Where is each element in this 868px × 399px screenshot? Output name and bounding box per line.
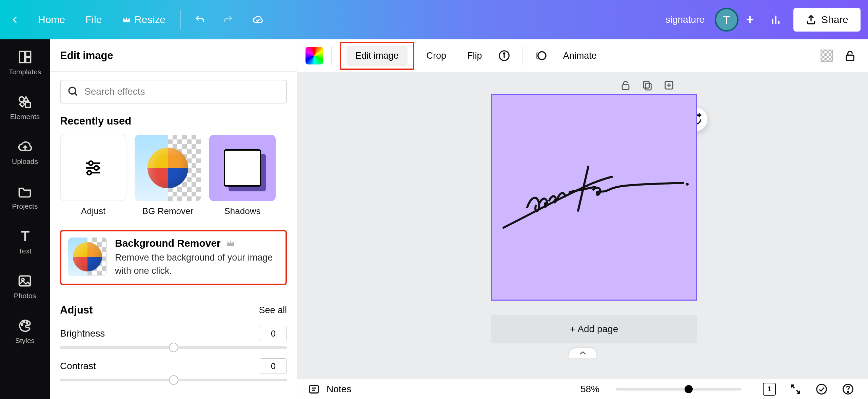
bg-remover-desc: Remove the background of your image with… [115, 251, 279, 278]
tile-label: Adjust [81, 206, 105, 216]
animate-motion-icon [534, 49, 548, 62]
rail-uploads[interactable]: Uploads [12, 139, 38, 166]
contrast-value-input[interactable]: 0 [260, 358, 287, 374]
color-picker-button[interactable] [305, 47, 323, 64]
cloud-check-icon [251, 14, 265, 25]
add-page-button[interactable]: + Add page [491, 315, 697, 343]
svg-rect-9 [25, 102, 31, 108]
svg-rect-35 [622, 85, 629, 90]
avatar-initial: T [723, 13, 730, 26]
undo-button[interactable] [185, 11, 214, 29]
resize-button[interactable]: Resize [112, 9, 176, 30]
see-all-link[interactable]: See all [259, 305, 287, 316]
share-button[interactable]: Share [793, 8, 861, 32]
flip-button[interactable]: Flip [458, 46, 491, 66]
transparency-button[interactable] [816, 45, 837, 66]
fullscreen-button[interactable] [786, 380, 805, 399]
plus-icon [745, 15, 755, 25]
photos-icon [17, 273, 32, 288]
slider-handle[interactable] [169, 375, 178, 385]
svg-point-25 [87, 171, 92, 175]
rail-styles[interactable]: Styles [15, 318, 35, 345]
info-icon [498, 49, 511, 62]
home-label: Home [38, 14, 65, 25]
projects-icon [17, 184, 32, 199]
svg-point-51 [817, 384, 827, 394]
zoom-handle[interactable] [685, 385, 693, 393]
back-button[interactable] [7, 10, 28, 30]
add-member-button[interactable] [742, 12, 758, 28]
tile-adjust[interactable]: Adjust [60, 135, 126, 216]
canvas-page[interactable] [491, 94, 697, 301]
slider-handle[interactable] [169, 343, 178, 352]
svg-text:+: + [698, 113, 701, 118]
crown-icon [122, 16, 131, 23]
brightness-value-input[interactable]: 0 [260, 326, 287, 341]
page-list-button[interactable]: 1 [760, 379, 779, 399]
redo-icon [222, 15, 234, 25]
svg-point-21 [89, 161, 93, 165]
panel-title: Edit image [50, 39, 297, 72]
help-button[interactable] [838, 379, 858, 399]
shadows-thumb [209, 135, 276, 201]
brightness-label: Brightness [60, 328, 105, 339]
lock-page-icon[interactable] [620, 79, 631, 91]
notes-icon [308, 383, 320, 396]
zoom-label[interactable]: 58% [580, 384, 599, 395]
edit-image-panel: Edit image Recently used Adjust [50, 39, 297, 399]
crop-button[interactable]: Crop [418, 46, 455, 66]
redo-button[interactable] [214, 11, 242, 29]
divider [180, 10, 181, 29]
chevron-up-icon [579, 351, 587, 356]
help-icon [842, 383, 854, 396]
undo-icon [194, 15, 206, 25]
svg-point-28 [504, 53, 505, 54]
search-field[interactable] [84, 86, 279, 97]
notes-label: Notes [327, 384, 351, 395]
file-button[interactable]: File [75, 9, 112, 30]
lock-button[interactable] [840, 46, 860, 65]
rail-templates[interactable]: Templates [9, 50, 41, 76]
tile-shadows[interactable]: Shadows [209, 135, 276, 216]
rail-projects[interactable]: Projects [12, 184, 38, 210]
tile-bg-remover[interactable]: BG Remover [135, 135, 201, 216]
styles-icon [18, 318, 33, 333]
rail-photos[interactable]: Photos [14, 273, 36, 300]
contrast-slider[interactable] [60, 379, 287, 381]
svg-rect-36 [644, 81, 649, 88]
avatar[interactable]: T [715, 8, 738, 32]
signature-image[interactable] [499, 160, 691, 234]
add-page-icon[interactable] [663, 79, 675, 91]
page-strip-toggle[interactable] [569, 348, 596, 358]
svg-rect-6 [25, 52, 31, 57]
animate-icon-button[interactable] [531, 45, 551, 66]
search-effects-input[interactable] [60, 80, 287, 103]
svg-rect-13 [19, 276, 31, 286]
duplicate-page-icon[interactable] [642, 79, 653, 91]
bar-chart-icon [769, 14, 783, 26]
svg-point-18 [69, 87, 76, 94]
zoom-slider[interactable] [616, 388, 741, 391]
bg-remover-thumb [135, 135, 201, 201]
side-rail: Templates Elements Uploads Projects Text [0, 39, 50, 399]
cloud-sync-button[interactable] [242, 10, 273, 29]
notes-button[interactable]: Notes [308, 383, 351, 396]
background-remover-card[interactable]: Background Remover Remove the background… [60, 230, 287, 285]
rail-label: Styles [15, 337, 35, 345]
check-circle-icon [815, 383, 828, 396]
home-button[interactable]: Home [28, 9, 75, 30]
canvas-area[interactable]: + [297, 72, 868, 379]
checkmark-button[interactable] [812, 379, 831, 399]
brightness-slider[interactable] [60, 346, 287, 349]
canvas-toolbar: Edit image Crop Flip Animate [297, 39, 868, 72]
chevron-left-icon [11, 15, 20, 25]
info-button[interactable] [494, 46, 514, 65]
edit-image-button[interactable]: Edit image [347, 46, 408, 66]
rail-elements[interactable]: Elements [10, 94, 40, 121]
rail-text[interactable]: Text [18, 229, 33, 255]
animate-button[interactable]: Animate [554, 46, 606, 66]
insights-button[interactable] [765, 10, 787, 30]
search-icon [67, 86, 79, 97]
document-name[interactable]: signature [666, 14, 705, 25]
recently-used-heading: Recently used [60, 115, 287, 127]
